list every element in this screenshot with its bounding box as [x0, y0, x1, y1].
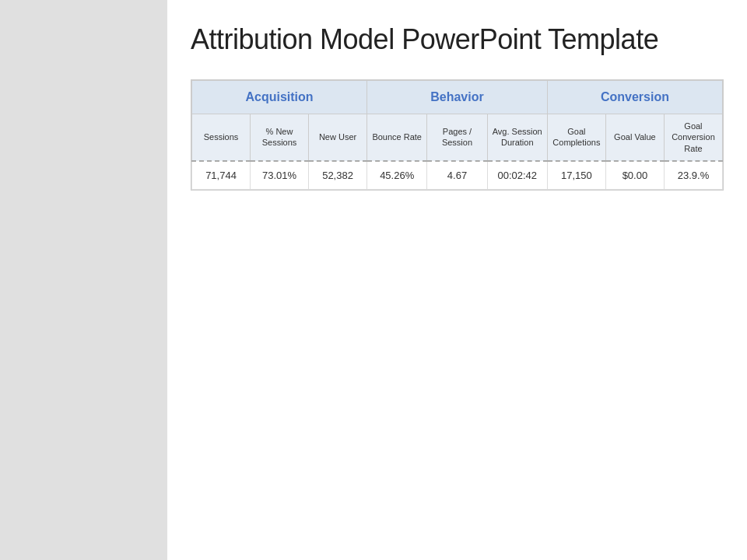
- cell-new-sessions: 73.01%: [251, 161, 309, 190]
- category-acquisition: Acquisition: [192, 81, 367, 114]
- cell-avg-session: 00:02:42: [487, 161, 547, 190]
- cell-sessions: 71,744: [192, 161, 251, 190]
- col-goal-conversion-rate: Goal Conversion Rate: [664, 114, 722, 161]
- attribution-table-container: Acquisition Behavior Conversion Sessions…: [191, 79, 724, 191]
- cell-pages-session: 4.67: [427, 161, 487, 190]
- cell-goal-completions: 17,150: [547, 161, 605, 190]
- page-title: Attribution Model PowerPoint Template: [191, 23, 724, 56]
- col-goal-completions: Goal Completions: [547, 114, 605, 161]
- left-sidebar: [0, 0, 167, 560]
- cell-goal-value: $0.00: [605, 161, 664, 190]
- attribution-table: Acquisition Behavior Conversion Sessions…: [191, 80, 723, 190]
- col-new-sessions: % New Sessions: [251, 114, 309, 161]
- col-sessions: Sessions: [192, 114, 251, 161]
- main-content: Attribution Model PowerPoint Template Ac…: [167, 0, 747, 560]
- cell-new-user: 52,382: [309, 161, 367, 190]
- category-header-row: Acquisition Behavior Conversion: [192, 81, 723, 114]
- col-bounce-rate: Bounce Rate: [367, 114, 427, 161]
- col-new-user: New User: [309, 114, 367, 161]
- category-conversion: Conversion: [547, 81, 722, 114]
- col-goal-value: Goal Value: [605, 114, 664, 161]
- cell-bounce-rate: 45.26%: [367, 161, 427, 190]
- category-behavior: Behavior: [367, 81, 548, 114]
- col-avg-session: Avg. Session Duration: [487, 114, 547, 161]
- cell-goal-conversion-rate: 23.9.%: [664, 161, 722, 190]
- subheader-row: Sessions % New Sessions New User Bounce …: [192, 114, 723, 161]
- table-row: 71,744 73.01% 52,382 45.26% 4.67 00:02:4…: [192, 161, 723, 190]
- col-pages-session: Pages / Session: [427, 114, 487, 161]
